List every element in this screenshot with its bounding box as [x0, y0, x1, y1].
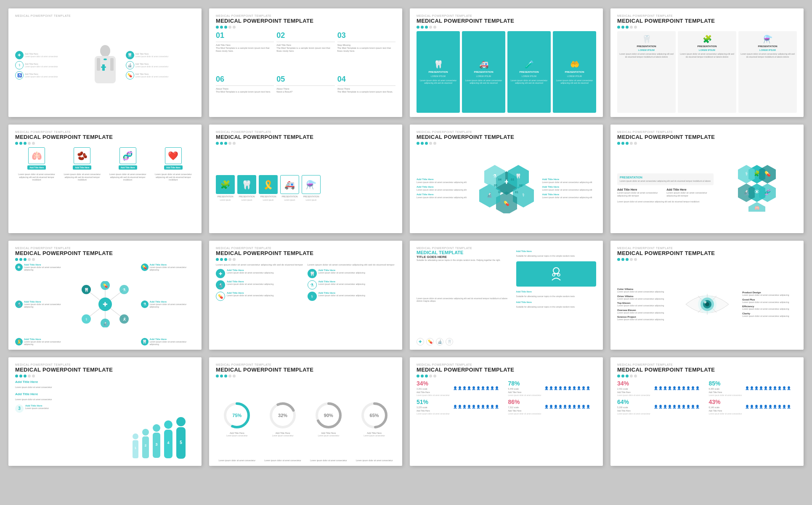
network-layout: ✚ Add Title HereLorem ipsum dolor sit am…: [15, 263, 195, 345]
circle-val-3: 90%: [324, 413, 333, 418]
circles-layout: 75% Add Title HereLorem ipsum consectetu…: [216, 380, 395, 457]
circle-label-1: Add Title HereLorem ipsum consectetur: [226, 432, 248, 437]
svg-text:✚: ✚: [103, 301, 108, 308]
net-item-4: 💊 Add Title HereLorem ipsum dolor sit am…: [141, 263, 195, 271]
people-icons-1: 👤 👤 👤 👤 👤 👤 👤 👤 👤 👤: [453, 386, 505, 390]
stat-pct-4: 86%: [508, 399, 541, 405]
net-icon-1: ✚: [15, 263, 23, 271]
svg-text:04: 04: [498, 178, 502, 181]
sq-icon-flask: ⚗️: [302, 175, 321, 194]
people-inf-layout-2: 34% 2,431 scale Add Title Here Lorem ips…: [617, 380, 797, 462]
svg-text:🎗: 🎗: [122, 317, 126, 322]
inf2-stat-2: 85% 8,305 scale Add Title Here Lorem ips…: [709, 380, 742, 396]
dot-3: [224, 26, 227, 29]
wcard-3-label: PRESENTATION: [758, 45, 777, 48]
list-icon-3: 💊: [216, 292, 225, 301]
slide-14-label: MEDICAL POWERPOINT TEMPLATE: [216, 363, 395, 366]
list-icon-2: 🔬: [216, 280, 225, 290]
white-flask-icon: ⚗️: [763, 35, 772, 44]
list-icon-item-5: ⚗ Add Title Here Lorem ipsum dolor sit a…: [308, 280, 396, 290]
med-icon-row: ✚ 💊 🔬 🦷: [417, 338, 513, 346]
list-text-6: Add Title Here Lorem ipsum dolor sit ame…: [318, 292, 396, 297]
medical-icon-2: ⚕: [15, 61, 24, 69]
card-4-text: Lorem ipsum dolor sit amet consectetur a…: [554, 79, 595, 85]
step-line-1: [216, 42, 274, 42]
step-num-1: 01: [216, 31, 274, 40]
sq-col-5: ⚗️ PRESENTATION Lorem ipsum: [302, 175, 321, 201]
slide-16-title: MEDICAL POWERPOINT TEMPLATE: [617, 367, 797, 373]
organ-btn-3: Add Title Here: [119, 165, 137, 170]
svg-text:2: 2: [145, 444, 147, 447]
card-1-sublabel: LOREM IPSUM: [431, 75, 446, 77]
slide-16: MEDICAL POWERPOINT TEMPLATE MEDICAL POWE…: [610, 357, 804, 466]
eye-text-right-1: Product Design Lorem ipsum dolor sit ame…: [742, 291, 797, 297]
list-icon-item-1: ✚ Add Title Here Lorem ipsum dolor sit a…: [216, 269, 304, 278]
icon-item-6: 💊 Add Title HereLorem ipsum dolor sit am…: [126, 71, 195, 80]
sq-icon-ribbon: 🎗️: [259, 175, 278, 194]
slide-9-label: MEDICAL POWERPOINT TEMPLATE: [15, 247, 195, 250]
inf-row-2: 51% 3,225 scale Add Title Here Lorem ips…: [417, 399, 596, 415]
ambulance-icon: 🚑: [479, 60, 488, 69]
inf2-pct-4: 43%: [709, 399, 742, 405]
teal-card-4: 🤲 PRESENTATION LOREM IPSUM Lorem ipsum d…: [553, 31, 596, 113]
slide-8-title: MEDICAL POWERPOINT TEMPLATE: [617, 134, 797, 140]
slide-10-label: MEDICAL POWERPOINT TEMPLATE: [216, 247, 395, 250]
step-num-4: 04: [337, 75, 395, 84]
dot-2: [220, 26, 223, 29]
organ-desc-3: Lorem ipsum dolor sit amet consectetur a…: [106, 173, 149, 181]
circle-wrap-3: 90%: [314, 401, 343, 430]
stat-pct-2: 78%: [508, 380, 541, 387]
circle-label-2: Add Title HereLorem ipsum consectetur: [272, 432, 294, 437]
heart-icon: ❤️: [165, 147, 182, 164]
svg-point-67: [704, 301, 706, 303]
card-1-label: PRESENTATION: [428, 71, 448, 73]
network-left: ✚ Add Title HereLorem ipsum dolor sit am…: [15, 263, 69, 345]
honey-col-1: Add Title Here Lorem ipsum dolor sit ame…: [617, 188, 664, 197]
step-04: 04 About ThereThe Med Template is a samp…: [337, 75, 395, 113]
eye-layout: Color Villains Lorem ipsum dolor sit ame…: [617, 263, 797, 345]
network-svg: ✚ 🦷 💊 ⚗ ⚕ 🔬 🎗: [80, 281, 130, 327]
slide-16-dots: [617, 375, 797, 377]
svg-point-77: [164, 420, 172, 429]
organ-btn-2: Add Title Here: [73, 165, 91, 170]
step-02: 02 Add Title HereThe Med Template is a s…: [276, 31, 334, 72]
step-text-5: About ThereNeed a Result?: [276, 88, 334, 93]
card-4-sublabel: LOREM IPSUM: [567, 75, 582, 77]
step-06: 06 About ThereThe Med Template is a samp…: [216, 75, 274, 113]
list-icon-6: ⚕: [308, 292, 317, 301]
medical-icon-4: 🦷: [126, 51, 134, 59]
card-3-label: PRESENTATION: [519, 71, 539, 73]
people-right: 5 4 3 2 1: [114, 380, 195, 462]
inf2-pct-2: 85%: [709, 380, 742, 387]
list-icon-item-2: 🔬 Add Title Here Lorem ipsum dolor sit a…: [216, 280, 304, 290]
med-small-icon-2: 💊: [426, 338, 434, 346]
people-item-1: Add Title Here: [15, 380, 112, 384]
circle-bottom-text: Lorem ipsum dolor sit amet consectetur L…: [216, 459, 395, 462]
svg-text:🫁: 🫁: [754, 205, 760, 210]
slide-2: MEDICAL POWERPOINT TEMPLATE MEDICAL POWE…: [209, 8, 402, 117]
slide-14-dots: [216, 375, 395, 377]
step-text-6: About ThereThe Med Template is a sample …: [216, 88, 274, 93]
slide-8-label: MEDICAL POWERPOINT TEMPLATE: [617, 130, 797, 133]
svg-point-0: [100, 45, 110, 57]
list-icon-item-6: ⚕ Add Title Here Lorem ipsum dolor sit a…: [308, 292, 396, 301]
inf2-pct-3: 64%: [617, 399, 650, 405]
med-title-block: MEDICAL TEMPLATE TITLE GOES HERE Suitabl…: [417, 250, 513, 262]
med-main-title: MEDICAL TEMPLATE: [417, 250, 513, 255]
hex-text-5: Add Title Here Lorem ipsum dolor sit ame…: [542, 186, 596, 191]
slide-10-dots: [216, 258, 395, 261]
slide-9: MEDICAL POWERPOINT TEMPLATE MEDICAL POWE…: [8, 241, 202, 349]
inf2-pct-1: 34%: [617, 380, 650, 387]
slide-10-title: MEDICAL POWERPOINT TEMPLATE: [216, 250, 395, 256]
svg-point-80: [153, 424, 160, 432]
svg-text:⚕: ⚕: [85, 317, 87, 322]
slide-3-label: MEDICAL POWERPOINT TEMPLATE: [417, 14, 596, 17]
hand-icon: 🤲: [570, 60, 579, 69]
teal-banner: [516, 261, 596, 287]
svg-text:🧬: 🧬: [764, 189, 770, 195]
step-text-1: Add Title HereThe Med Template is a samp…: [216, 44, 274, 53]
net-item-2: 🔬 Add Title HereLorem ipsum dolor sit am…: [15, 300, 69, 308]
stat-pct-3: 51%: [417, 399, 450, 405]
medical-icon-3: ♿: [15, 71, 24, 80]
slide-13-title: MEDICAL POWERPOINT TEMPLATE: [15, 367, 195, 373]
